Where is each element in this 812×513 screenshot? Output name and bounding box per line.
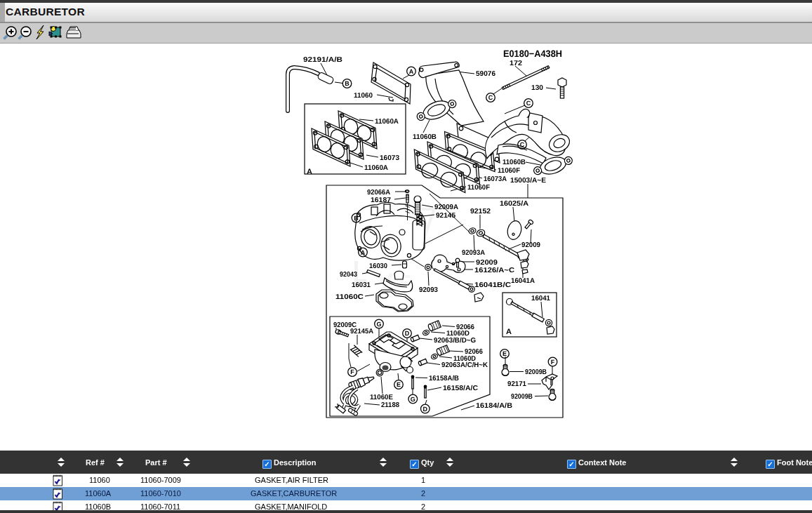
svg-text:E: E bbox=[397, 381, 401, 388]
svg-text:92009: 92009 bbox=[476, 259, 498, 267]
svg-text:D: D bbox=[405, 330, 410, 337]
svg-text:11060B: 11060B bbox=[502, 159, 526, 166]
svg-text:92152: 92152 bbox=[470, 208, 491, 215]
svg-text:11060: 11060 bbox=[354, 92, 373, 100]
svg-text:92191/A/B: 92191/A/B bbox=[303, 56, 342, 64]
svg-text:11060A: 11060A bbox=[375, 118, 399, 126]
svg-text:F: F bbox=[551, 359, 555, 366]
svg-text:B: B bbox=[345, 80, 350, 87]
svg-text:C: C bbox=[488, 94, 493, 101]
svg-text:11060E: 11060E bbox=[370, 394, 393, 401]
svg-text:92066A: 92066A bbox=[367, 189, 390, 196]
svg-text:C: C bbox=[520, 141, 525, 148]
svg-text:11060A: 11060A bbox=[364, 164, 388, 172]
svg-text:16030: 16030 bbox=[369, 262, 387, 270]
svg-text:92043: 92043 bbox=[340, 271, 357, 279]
svg-text:11060F: 11060F bbox=[498, 167, 520, 175]
svg-text:92009B: 92009B bbox=[511, 393, 533, 401]
svg-text:92063A/C/H~K: 92063A/C/H~K bbox=[441, 361, 488, 369]
svg-text:21188: 21188 bbox=[381, 401, 399, 409]
svg-text:16126/A~C: 16126/A~C bbox=[474, 267, 514, 274]
svg-text:E: E bbox=[502, 350, 507, 357]
svg-text:G: G bbox=[376, 321, 381, 328]
svg-text:11060F: 11060F bbox=[467, 184, 490, 192]
svg-text:B: B bbox=[354, 215, 359, 222]
svg-text:A: A bbox=[506, 328, 512, 336]
svg-text:11060B: 11060B bbox=[413, 133, 437, 141]
svg-text:G: G bbox=[411, 396, 415, 403]
svg-text:A: A bbox=[361, 249, 366, 256]
svg-text:C: C bbox=[526, 100, 531, 107]
svg-text:92063/B/D~G: 92063/B/D~G bbox=[434, 337, 476, 345]
svg-text:92145A: 92145A bbox=[350, 328, 373, 335]
svg-text:16158A/B: 16158A/B bbox=[429, 375, 459, 382]
svg-text:16031: 16031 bbox=[352, 281, 371, 289]
svg-text:16184/A/B: 16184/A/B bbox=[476, 402, 512, 410]
svg-text:92009: 92009 bbox=[521, 241, 540, 249]
svg-text:172: 172 bbox=[510, 60, 522, 67]
svg-text:16041B/C: 16041B/C bbox=[474, 281, 511, 289]
svg-text:92093: 92093 bbox=[419, 286, 438, 294]
svg-text:11060C: 11060C bbox=[335, 293, 364, 301]
svg-text:16158/A/C: 16158/A/C bbox=[443, 385, 478, 392]
svg-text:16073A: 16073A bbox=[484, 175, 507, 183]
svg-text:F: F bbox=[350, 368, 354, 375]
svg-text:59076: 59076 bbox=[476, 70, 495, 78]
svg-text:130: 130 bbox=[531, 84, 543, 92]
svg-text:D: D bbox=[423, 406, 428, 413]
svg-text:92009B: 92009B bbox=[525, 368, 547, 376]
svg-text:A: A bbox=[307, 168, 312, 176]
svg-text:92171: 92171 bbox=[507, 380, 526, 388]
svg-text:A: A bbox=[409, 68, 414, 75]
svg-text:16041A: 16041A bbox=[511, 277, 535, 285]
svg-text:16073: 16073 bbox=[380, 154, 399, 162]
svg-text:E0180−A438H: E0180−A438H bbox=[503, 48, 562, 59]
svg-text:16041: 16041 bbox=[531, 295, 550, 302]
svg-text:15003/A~E: 15003/A~E bbox=[510, 177, 546, 185]
svg-text:92093A: 92093A bbox=[462, 249, 485, 257]
svg-text:16025/A: 16025/A bbox=[500, 200, 528, 208]
